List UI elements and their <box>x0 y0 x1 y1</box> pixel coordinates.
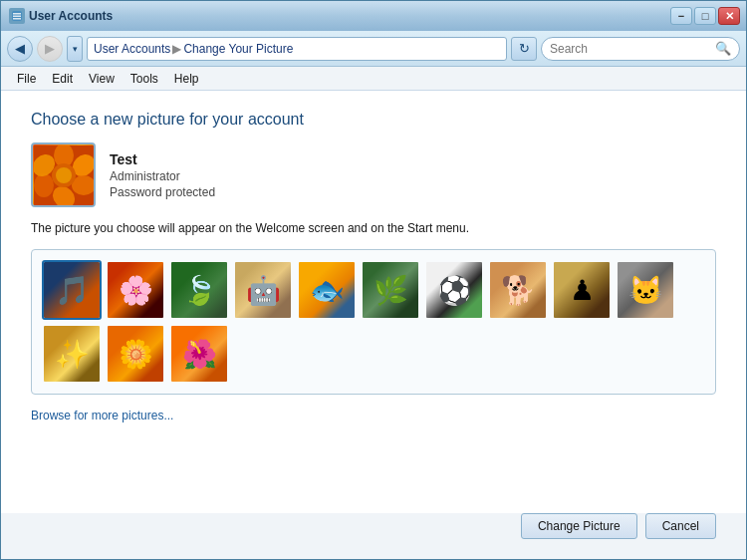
minimize-button[interactable]: − <box>670 7 692 25</box>
description-text: The picture you choose will appear on th… <box>31 221 716 235</box>
picture-item[interactable]: ✨ <box>42 324 102 384</box>
path-sep1: ▶ <box>172 42 181 56</box>
title-bar: User Accounts − □ ✕ <box>1 1 746 31</box>
nav-dropdown-button[interactable]: ▾ <box>67 36 83 62</box>
menu-tools[interactable]: Tools <box>123 70 166 88</box>
picture-item[interactable]: 🐕 <box>488 260 548 320</box>
user-info: Test Administrator Password protected <box>31 142 716 207</box>
picture-item[interactable]: 🎵 <box>42 260 102 320</box>
path-root: User Accounts <box>94 42 170 56</box>
back-button[interactable]: ◀ <box>7 36 33 62</box>
address-path[interactable]: User Accounts ▶ Change Your Picture <box>87 37 507 61</box>
user-status: Password protected <box>110 185 215 199</box>
svg-rect-1 <box>13 13 21 15</box>
pictures-grid: 🎵🌸🍃🤖🐟🌿⚽🐕♟🐱✨🌼🌺 <box>42 260 705 384</box>
pictures-container: 🎵🌸🍃🤖🐟🌿⚽🐕♟🐱✨🌼🌺 <box>31 249 716 395</box>
address-bar: ◀ ▶ ▾ User Accounts ▶ Change Your Pictur… <box>1 31 746 67</box>
user-name: Test <box>110 151 215 167</box>
user-avatar <box>31 142 96 207</box>
svg-rect-3 <box>13 18 21 20</box>
svg-point-12 <box>56 167 72 183</box>
page-title: Choose a new picture for your account <box>31 111 716 129</box>
picture-item[interactable]: 🌼 <box>106 324 165 384</box>
picture-item[interactable]: ♟ <box>552 260 612 320</box>
picture-item[interactable]: ⚽ <box>424 260 484 320</box>
browse-link[interactable]: Browse for more pictures... <box>31 409 716 422</box>
picture-item[interactable]: 🤖 <box>233 260 293 320</box>
cancel-button[interactable]: Cancel <box>645 513 716 539</box>
title-bar-left: User Accounts <box>9 8 670 24</box>
forward-button[interactable]: ▶ <box>37 36 63 62</box>
menu-edit[interactable]: Edit <box>44 70 81 88</box>
window: User Accounts − □ ✕ ◀ ▶ ▾ User Accounts … <box>0 0 747 560</box>
main-content: Choose a new picture for your account Te… <box>1 91 746 513</box>
close-button[interactable]: ✕ <box>718 7 740 25</box>
picture-item[interactable]: 🌸 <box>106 260 165 320</box>
search-input[interactable] <box>550 42 711 56</box>
picture-item[interactable]: 🐟 <box>297 260 357 320</box>
user-details: Test Administrator Password protected <box>110 151 215 199</box>
refresh-button[interactable]: ↻ <box>511 37 537 61</box>
maximize-button[interactable]: □ <box>694 7 716 25</box>
change-picture-button[interactable]: Change Picture <box>521 513 637 539</box>
title-bar-controls: − □ ✕ <box>670 7 740 25</box>
bottom-bar: Change Picture Cancel <box>1 513 746 559</box>
menu-view[interactable]: View <box>81 70 123 88</box>
path-current: Change Your Picture <box>183 42 293 56</box>
menu-help[interactable]: Help <box>166 70 207 88</box>
window-title: User Accounts <box>29 9 113 23</box>
menu-bar: File Edit View Tools Help <box>1 67 746 91</box>
picture-item[interactable]: 🐱 <box>616 260 675 320</box>
menu-file[interactable]: File <box>9 70 44 88</box>
window-icon <box>9 8 25 24</box>
user-role: Administrator <box>110 169 215 183</box>
picture-item[interactable]: 🌿 <box>361 260 420 320</box>
svg-point-9 <box>34 173 54 197</box>
search-box: 🔍 <box>541 37 740 61</box>
search-icon: 🔍 <box>715 41 731 56</box>
picture-item[interactable]: 🍃 <box>169 260 229 320</box>
svg-rect-2 <box>13 16 21 18</box>
picture-item[interactable]: 🌺 <box>169 324 229 384</box>
